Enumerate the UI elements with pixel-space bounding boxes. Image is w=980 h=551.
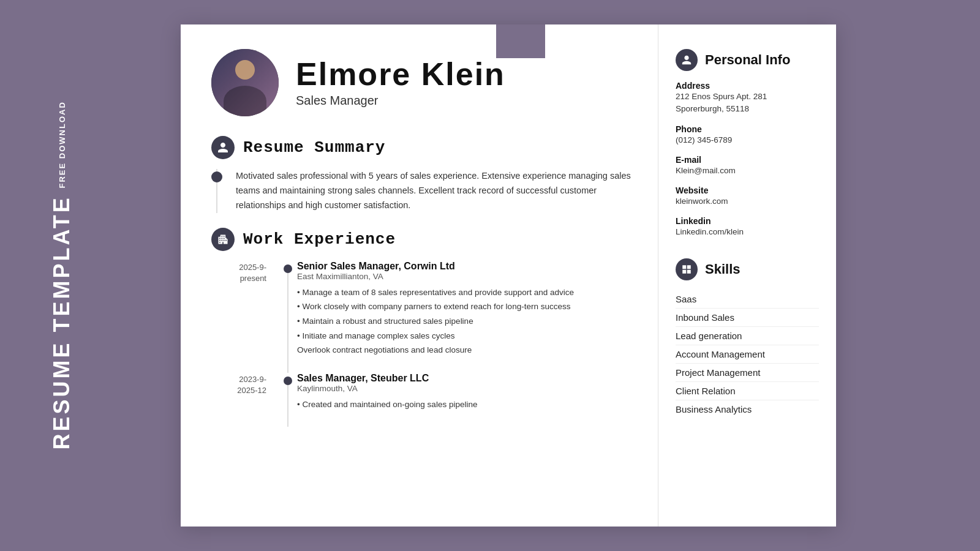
work-date-1: 2025-9- present: [211, 261, 279, 358]
summary-icon: [211, 136, 235, 159]
job-company-1: East Maximillianton, VA: [297, 272, 633, 281]
job-company-2: Kaylinmouth, VA: [297, 384, 633, 393]
job-bullet-1-2: • Maintain a robust and structured sales…: [297, 315, 633, 328]
skills-section: Skills Saas Inbound Sales Lead generatio…: [676, 258, 819, 418]
sidebar-label: FREE DOWNLOAD RESUME TEMPLATE: [49, 101, 75, 450]
avatar-image: [211, 49, 279, 116]
sidebar-title-text: RESUME TEMPLATE: [49, 195, 75, 449]
resume-main: Elmore Klein Sales Manager Resume Summar…: [181, 24, 658, 527]
work-section-title: Work Experience: [243, 230, 396, 249]
job-bullet-1-1: • Work closely with company parners to e…: [297, 300, 633, 313]
resume-header: Elmore Klein Sales Manager: [211, 49, 633, 116]
header-text: Elmore Klein Sales Manager: [296, 58, 505, 108]
work-entry-2: 2023-9- 2025-12 Sales Manager, Steuber L…: [211, 373, 633, 413]
top-bar-decoration: [496, 24, 545, 58]
summary-section: Resume Summary Motivated sales professio…: [211, 136, 633, 213]
sidebar-free-text: FREE DOWNLOAD: [58, 101, 67, 188]
skill-0: Saas: [676, 290, 819, 309]
job-title-2: Sales Manager, Steuber LLC: [297, 373, 633, 384]
skill-6: Business Analytics: [676, 400, 819, 418]
value-website: kleinwork.com: [676, 195, 819, 208]
person-info-icon: [681, 54, 692, 66]
work-icon: [211, 228, 235, 251]
summary-timeline: Motivated sales professional with 5 year…: [211, 169, 633, 213]
resume-card: Elmore Klein Sales Manager Resume Summar…: [181, 24, 836, 527]
skills-icon: [676, 258, 698, 280]
label-email: E-mail: [676, 155, 819, 165]
label-linkedin: Linkedin: [676, 216, 819, 226]
job-bullet-1-0: • Manage a team of 8 sales representativ…: [297, 286, 633, 299]
skill-4: Project Management: [676, 364, 819, 382]
summary-section-header: Resume Summary: [211, 136, 633, 159]
job-bullet-2-0: • Created and maintained on-going sales …: [297, 398, 633, 411]
work-content-1: Senior Sales Manager, Corwin Ltd East Ma…: [279, 261, 633, 358]
skill-5: Client Relation: [676, 382, 819, 400]
work-entry-1: 2025-9- present Senior Sales Manager, Co…: [211, 261, 633, 358]
skill-3: Account Management: [676, 345, 819, 364]
personal-info-icon: [676, 49, 698, 71]
field-linkedin: Linkedin Linkedin.com/klein: [676, 216, 819, 238]
label-address: Address: [676, 81, 819, 91]
work-date-2: 2023-9- 2025-12: [211, 373, 279, 413]
job-title-1: Senior Sales Manager, Corwin Ltd: [297, 261, 633, 272]
personal-info-title: Personal Info: [705, 52, 790, 68]
value-phone: (012) 345-6789: [676, 134, 819, 146]
work-content-2: Sales Manager, Steuber LLC Kaylinmouth, …: [279, 373, 633, 413]
skill-2: Lead generation: [676, 327, 819, 345]
personal-info-header: Personal Info: [676, 49, 819, 71]
work-section-header: Work Experience: [211, 228, 633, 251]
personal-info-section: Personal Info Address 212 Enos Spurs Apt…: [676, 49, 819, 239]
field-website: Website kleinwork.com: [676, 186, 819, 208]
job-bullet-1-4: Overlook contract negotiations and lead …: [297, 343, 633, 357]
value-address: 212 Enos Spurs Apt. 281Sporerburgh, 5511…: [676, 91, 819, 116]
label-website: Website: [676, 186, 819, 195]
building-icon: [217, 233, 229, 246]
label-phone: Phone: [676, 124, 819, 134]
skills-header: Skills: [676, 258, 819, 280]
timeline-dot: [211, 171, 222, 182]
candidate-title: Sales Manager: [296, 94, 505, 108]
value-linkedin: Linkedin.com/klein: [676, 226, 819, 238]
field-email: E-mail Klein@mail.com: [676, 155, 819, 177]
job-bullet-1-3: • Initiate and manage complex sales cycl…: [297, 329, 633, 343]
summary-text: Motivated sales professional with 5 year…: [236, 169, 633, 213]
resume-sidebar: Personal Info Address 212 Enos Spurs Apt…: [658, 24, 836, 527]
work-experience-section: Work Experience 2025-9- present Senior S…: [211, 228, 633, 413]
skills-title: Skills: [705, 261, 740, 277]
value-email: Klein@mail.com: [676, 165, 819, 177]
avatar: [211, 49, 279, 116]
grid-icon: [681, 264, 692, 275]
field-phone: Phone (012) 345-6789: [676, 124, 819, 146]
candidate-name: Elmore Klein: [296, 58, 505, 90]
field-address: Address 212 Enos Spurs Apt. 281Sporerbur…: [676, 81, 819, 116]
person-icon: [217, 141, 229, 154]
skill-1: Inbound Sales: [676, 309, 819, 327]
summary-title: Resume Summary: [243, 138, 385, 157]
